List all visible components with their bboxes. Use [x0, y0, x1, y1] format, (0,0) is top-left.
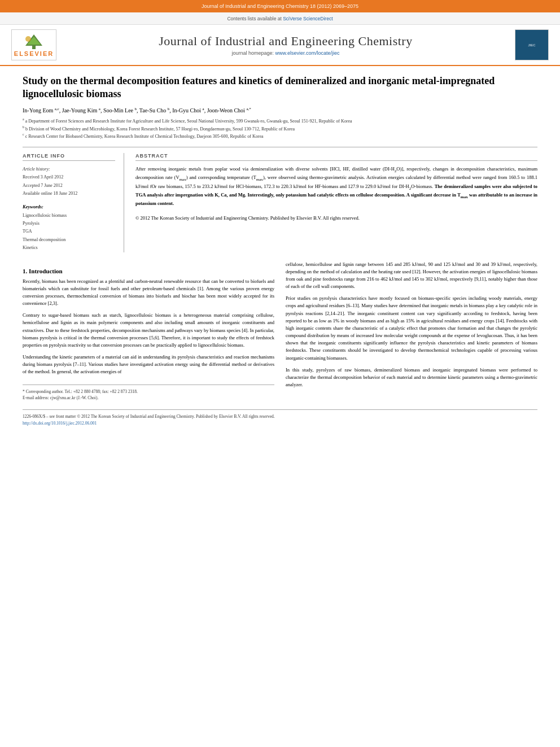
- article-content: Study on the thermal decomposition featu…: [0, 66, 560, 409]
- article-title: Study on the thermal decomposition featu…: [23, 75, 537, 101]
- author-jae-young-kim: Jae-Young Kim: [62, 107, 98, 113]
- journal-title: Journal of Industrial and Engineering Ch…: [56, 34, 515, 49]
- doi-anchor[interactable]: http://dx.doi.org/10.1016/j.jiec.2012.06…: [23, 421, 97, 426]
- intro-heading: 1. Introduction: [23, 268, 274, 274]
- contents-bar: Contents lists available at SciVerse Sci…: [0, 12, 560, 25]
- affiliation-a: a a Department of Forest Sciences and Re…: [23, 117, 537, 125]
- journal-logo-text: JIEC: [528, 43, 535, 47]
- author-joon-weon-choi: Joon-Weon Choi: [207, 107, 245, 113]
- raw-biomass-text: fOr raw biomass: [150, 184, 182, 189]
- journal-homepage-link[interactable]: www.elsevier.com/locate/jiec: [275, 50, 340, 56]
- journal-title-block: Journal of Industrial and Engineering Ch…: [56, 34, 515, 56]
- article-info-label: ARTICLE INFO: [23, 153, 115, 161]
- right-para-3: In this study, pyrolyzes of raw biomass,…: [286, 366, 537, 389]
- journal-header: ELSEVIER Journal of Industrial and Engin…: [0, 25, 560, 66]
- elsevier-logo: ELSEVIER: [11, 29, 56, 60]
- journal-logo-right: JIEC: [515, 29, 549, 60]
- body-right-col: cellulose, hemicellulose and lignin rang…: [286, 261, 537, 401]
- author-in-yong-eom: In-Yong Eom: [23, 107, 53, 113]
- abstract-label: ABSTRACT: [135, 153, 537, 161]
- journal-identifier-bar: Journal of Industrial and Engineering Ch…: [0, 0, 560, 12]
- keywords-list: Lignocellulosic biomass Pyrolysis TGA Th…: [23, 212, 115, 252]
- keyword-4: Thermal decomposition: [23, 236, 115, 244]
- sciverse-link[interactable]: SciVerse ScienceDirect: [283, 16, 333, 21]
- article-info-abstract-section: ARTICLE INFO Article history: Received 3…: [23, 147, 537, 252]
- doi-link: http://dx.doi.org/10.1016/j.jiec.2012.06…: [23, 420, 537, 427]
- history-label: Article history:: [23, 165, 115, 173]
- article-history: Article history: Received 3 April 2012 A…: [23, 165, 115, 198]
- intro-para-1: Recently, biomass has been recognized as…: [23, 278, 274, 308]
- abstract-copyright: © 2012 The Korean Society of Industrial …: [135, 215, 360, 221]
- affiliation-c: c c Research Center for Biobased Chemist…: [23, 132, 537, 140]
- authors-line: In-Yong Eom a,c, Jae-Young Kim a, Soo-Mi…: [23, 107, 537, 113]
- contents-label: Contents lists available at SciVerse Sci…: [227, 16, 333, 21]
- affiliation-b: b b Division of Wood Chemistry and Micro…: [23, 125, 537, 133]
- issn-text: 1226-086X/$ – see front matter © 2012 Th…: [23, 413, 537, 420]
- svg-point-3: [25, 36, 31, 42]
- footnote-email: E-mail address: cjw@snu.ac.kr (J.-W. Cho…: [23, 395, 274, 401]
- author-tae-su-cho: Tae-Su Cho: [139, 107, 166, 113]
- elsevier-text-label: ELSEVIER: [14, 50, 54, 57]
- elsevier-tree-icon: [20, 33, 48, 50]
- received-date: Received 3 April 2012: [23, 173, 115, 181]
- author-soo-min-lee: Soo-Min Lee: [103, 107, 133, 113]
- affiliations: a a Department of Forest Sciences and Re…: [23, 117, 537, 140]
- right-para-2: Prior studies on pyrolysis characteristi…: [286, 295, 537, 362]
- body-section: 1. Introduction Recently, biomass has be…: [23, 261, 537, 401]
- article-info-col: ARTICLE INFO Article history: Received 3…: [23, 153, 124, 252]
- author-in-gyu-choi: In-Gyu Choi: [172, 107, 201, 113]
- body-left-col: 1. Introduction Recently, biomass has be…: [23, 261, 274, 401]
- keyword-2: Pyrolysis: [23, 220, 115, 228]
- abstract-col: ABSTRACT After removing inorganic metals…: [135, 153, 537, 252]
- keyword-1: Lignocellulosic biomass: [23, 212, 115, 220]
- accepted-date: Accepted 7 June 2012: [23, 182, 115, 190]
- keyword-5: Kinetics: [23, 244, 115, 252]
- journal-homepage: journal homepage: www.elsevier.com/locat…: [56, 50, 515, 56]
- intro-para-2: Contrary to sugar-based biomass such as …: [23, 312, 274, 349]
- abstract-text: After removing inorganic metals from pop…: [135, 165, 537, 221]
- footnote-area: * Corresponding author. Tel.: +82 2 880 …: [23, 385, 274, 401]
- right-para-1: cellulose, hemicellulose and lignin rang…: [286, 261, 537, 291]
- journal-volume-info: Journal of Industrial and Engineering Ch…: [202, 3, 358, 9]
- keywords-label: Keywords:: [23, 204, 115, 209]
- intro-para-3: Understanding the kinetic parameters of …: [23, 353, 274, 376]
- footnote-corresponding: * Corresponding author. Tel.: +82 2 880 …: [23, 388, 274, 395]
- keyword-3: TGA: [23, 228, 115, 235]
- available-online-date: Available online 18 June 2012: [23, 190, 115, 198]
- bottom-bar: 1226-086X/$ – see front matter © 2012 Th…: [23, 409, 537, 430]
